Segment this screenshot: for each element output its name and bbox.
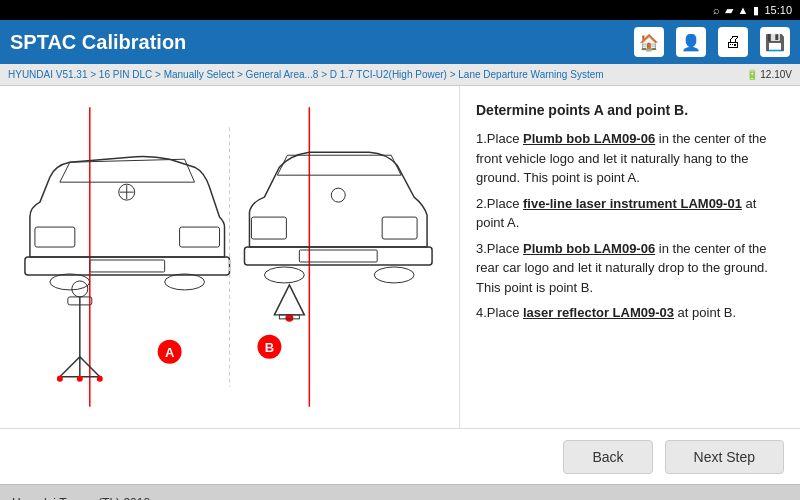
svg-text:A: A [165,345,175,360]
navigation-buttons: Back Next Step [0,428,800,484]
save-icon: 💾 [765,33,785,52]
step3: 3.Place Plumb bob LAM09-06 in the center… [476,239,784,298]
device-footer: Hyundai Tucson(TL) 2018 [0,484,800,500]
svg-point-21 [77,376,83,382]
back-button[interactable]: Back [563,440,652,474]
svg-point-19 [57,376,63,382]
app-header: SPTAC Calibration 🏠 👤 🖨 💾 [0,20,800,64]
wifi-icon: ▰ [725,4,733,17]
home-button[interactable]: 🏠 [634,27,664,57]
instructions-panel: Determine points A and point B. 1.Place … [460,86,800,428]
step1: 1.Place Plumb bob LAM09-06 in the center… [476,129,784,188]
step4: 4.Place laser reflector LAM09-03 at poin… [476,303,784,323]
battery-icon: ▮ [753,4,759,17]
step2: 2.Place five-line laser instrument LAM09… [476,194,784,233]
breadcrumb-text: HYUNDAI V51.31 > 16 PIN DLC > Manually S… [8,69,604,80]
next-step-button[interactable]: Next Step [665,440,784,474]
status-bar: ⌕ ▰ ▲ ▮ 15:10 [0,0,800,20]
user-button[interactable]: 👤 [676,27,706,57]
status-icons: ⌕ ▰ ▲ ▮ 15:10 [713,4,792,17]
calibration-diagram: A [0,86,459,428]
signal-icon: ▲ [738,4,749,16]
svg-point-20 [97,376,103,382]
print-button[interactable]: 🖨 [718,27,748,57]
svg-text:B: B [265,340,274,355]
voltage-display: 🔋 12.10V [746,69,792,80]
car-info: Hyundai Tucson(TL) 2018 [12,496,150,501]
bluetooth-icon: ⌕ [713,4,720,16]
header-icons: 🏠 👤 🖨 💾 [634,27,790,57]
home-icon: 🏠 [639,33,659,52]
user-icon: 👤 [681,33,701,52]
main-content: A [0,86,800,428]
app-title: SPTAC Calibration [10,31,624,54]
save-button[interactable]: 💾 [760,27,790,57]
instructions-title: Determine points A and point B. [476,100,784,121]
breadcrumb: HYUNDAI V51.31 > 16 PIN DLC > Manually S… [0,64,800,86]
diagram-area: A [0,86,460,428]
print-icon: 🖨 [725,33,741,51]
time-display: 15:10 [764,4,792,16]
